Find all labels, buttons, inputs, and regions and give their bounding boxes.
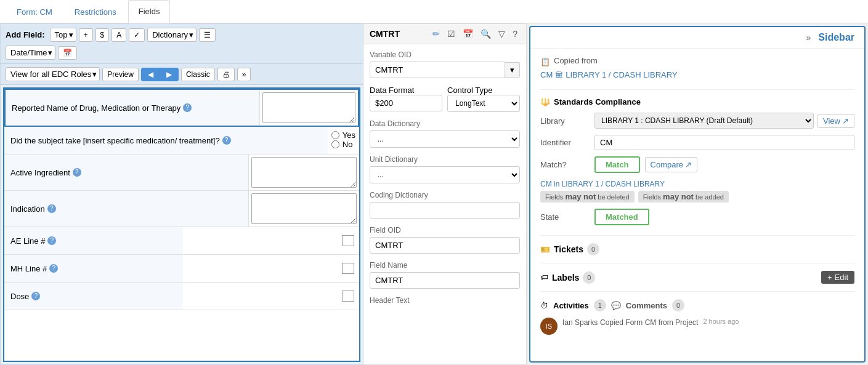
filter-icon-btn-mid[interactable]: ▽ xyxy=(496,28,508,40)
field-name-input[interactable] xyxy=(370,272,520,289)
expand-icon-btn[interactable]: » xyxy=(237,68,251,81)
data-dictionary-select[interactable]: ... xyxy=(370,130,520,148)
view-left-btn[interactable]: ◀ xyxy=(141,68,160,81)
control-type-section: Control Type LongText xyxy=(447,86,520,112)
sidebar-header: » Sidebar xyxy=(530,27,864,49)
radio-group-subject-take: Yes No xyxy=(328,127,359,154)
variable-oid-input[interactable] xyxy=(370,62,505,78)
library-select-group: LIBRARY 1 : CDASH LIBRARY (Draft Default… xyxy=(594,113,854,129)
search-icon-btn-mid[interactable]: 🔍 xyxy=(478,28,493,40)
text-icon-btn[interactable]: A xyxy=(112,28,126,42)
library-select[interactable]: LIBRARY 1 : CDASH LIBRARY (Draft Default… xyxy=(594,113,814,129)
library-path-text: LIBRARY 1 / CDASH LIBRARY xyxy=(566,70,677,79)
top-label: Top xyxy=(55,30,68,39)
help-icon-active-ingredient[interactable]: ? xyxy=(73,168,81,177)
match-info-link[interactable]: CM in LIBRARY 1 / CDASH LIBRARY xyxy=(540,180,665,188)
library-icon: 🏛 xyxy=(555,70,563,79)
help-icon-indication[interactable]: ? xyxy=(47,204,56,213)
data-format-input[interactable] xyxy=(370,95,442,111)
control-type-select[interactable]: LongText xyxy=(447,95,520,112)
right-sidebar: » Sidebar 📋 Copied from CM 🏛 LIBRARY 1 /… xyxy=(529,26,866,363)
textarea-active-ingredient[interactable] xyxy=(251,157,357,188)
field-row-reported-name: Reported Name of Drug, Medication or The… xyxy=(4,89,359,127)
preview-btn[interactable]: Preview xyxy=(102,68,139,81)
list-icon-btn[interactable]: ☰ xyxy=(199,28,216,42)
coding-dictionary-input[interactable] xyxy=(370,202,520,219)
help-icon-ae-line[interactable]: ? xyxy=(47,236,56,245)
classic-btn[interactable]: Classic xyxy=(181,68,215,81)
textarea-indication[interactable] xyxy=(251,193,357,224)
textarea-reported-name[interactable] xyxy=(262,92,355,123)
edit-labels-btn[interactable]: + Edit xyxy=(821,271,854,284)
help-icon-mh-line[interactable]: ? xyxy=(49,264,58,273)
data-dictionary-select-row: ... xyxy=(370,130,520,148)
activity-content: Ian Sparks Copied Form CM from Project xyxy=(562,318,698,327)
library-link[interactable]: CM 🏛 LIBRARY 1 / CDASH LIBRARY xyxy=(540,70,854,79)
compare-btn[interactable]: Compare ↗ xyxy=(645,157,697,172)
chevron-down-icon-3: ▾ xyxy=(48,48,52,57)
variable-oid-dropdown-btn[interactable]: ▾ xyxy=(505,62,520,78)
check-icon-btn[interactable]: ✓ xyxy=(129,28,145,42)
chevron-down-icon-2: ▾ xyxy=(189,30,193,39)
help-icon-dose[interactable]: ? xyxy=(31,292,40,300)
checkbox-ae-line[interactable] xyxy=(342,235,354,246)
tag-no-delete: Fields may not be deleted xyxy=(540,191,635,203)
checkbox-dose[interactable] xyxy=(342,291,354,302)
add-icon-btn[interactable]: + xyxy=(79,28,93,42)
collapse-btn[interactable]: » xyxy=(806,33,811,42)
field-oid-section: Field OID xyxy=(370,226,520,254)
activity-time: 2 hours ago xyxy=(703,318,739,325)
tab-fields[interactable]: Fields xyxy=(128,0,171,23)
labels-label: Labels xyxy=(552,273,579,283)
view-bar: View for all EDC Roles ▾ Preview ◀ ▶ Cla… xyxy=(1,64,363,85)
print-icon-btn[interactable]: 🖨 xyxy=(217,68,235,81)
datetime-label: Date/Time xyxy=(10,48,47,57)
external-link-icon-2: ↗ xyxy=(685,160,692,169)
standards-title-text: Standards Compliance xyxy=(554,97,641,106)
datetime-dropdown[interactable]: Date/Time ▾ xyxy=(6,46,55,60)
tab-form-cm[interactable]: Form: CM xyxy=(6,0,63,23)
calendar-icon-btn[interactable]: 📅 xyxy=(58,46,77,60)
coding-dictionary-label: Coding Dictionary xyxy=(370,191,520,199)
divider-2 xyxy=(540,235,854,236)
comments-count: 0 xyxy=(672,299,684,311)
radio-yes[interactable] xyxy=(331,131,339,139)
dollar-icon-btn[interactable]: $ xyxy=(95,28,110,42)
unit-dictionary-select[interactable]: ... xyxy=(370,166,520,183)
divider-4 xyxy=(540,291,854,292)
help-icon-btn-mid[interactable]: ? xyxy=(510,28,520,40)
help-icon-reported-name[interactable]: ? xyxy=(183,103,192,112)
view-right-btn[interactable]: ▶ xyxy=(160,68,179,81)
variable-oid-label: Variable OID xyxy=(370,50,520,59)
field-oid-input[interactable] xyxy=(370,237,520,254)
view-library-btn[interactable]: View ↗ xyxy=(817,114,854,128)
data-format-label: Data Format xyxy=(370,86,414,95)
left-panel: Add Field: Top ▾ + $ A ✓ Dictionary ▾ ☰ … xyxy=(0,23,363,365)
field-name-section: Field Name xyxy=(370,261,520,289)
edit-icon-btn[interactable]: ✏ xyxy=(430,28,442,40)
middle-body: Variable OID ▾ Data Format Control Type … xyxy=(363,44,526,364)
match-row: Match? Match Compare ↗ xyxy=(540,156,854,173)
field-row-mh-line: MH Line # ? xyxy=(4,255,359,283)
user-avatar: IS xyxy=(540,318,558,335)
view-btn-group: ◀ ▶ xyxy=(141,68,179,81)
top-dropdown[interactable]: Top ▾ xyxy=(50,28,76,42)
radio-no[interactable] xyxy=(331,140,339,148)
match-btn[interactable]: Match xyxy=(594,156,640,173)
format-control-row: Data Format Control Type LongText xyxy=(370,86,520,112)
labels-left: 🏷 Labels 0 xyxy=(540,271,595,284)
tickets-count: 0 xyxy=(587,243,599,255)
chevron-down-icon-4: ▾ xyxy=(92,70,97,79)
top-nav: Form: CM Restrictions Fields xyxy=(0,0,868,23)
identifier-input[interactable] xyxy=(594,135,854,150)
library-label: Library xyxy=(540,116,590,126)
checkbox-mh-line[interactable] xyxy=(342,263,354,274)
matched-btn[interactable]: Matched xyxy=(594,209,649,225)
dictionary-dropdown[interactable]: Dictionary ▾ xyxy=(147,28,197,42)
calendar-icon-btn-mid[interactable]: 📅 xyxy=(460,28,476,40)
help-icon-subject-take[interactable]: ? xyxy=(222,136,231,145)
tab-restrictions[interactable]: Restrictions xyxy=(64,0,127,23)
check-icon-btn-mid[interactable]: ☑ xyxy=(445,28,458,40)
view-roles-btn[interactable]: View for all EDC Roles ▾ xyxy=(6,67,100,81)
field-input-active-ingredient xyxy=(248,154,359,190)
